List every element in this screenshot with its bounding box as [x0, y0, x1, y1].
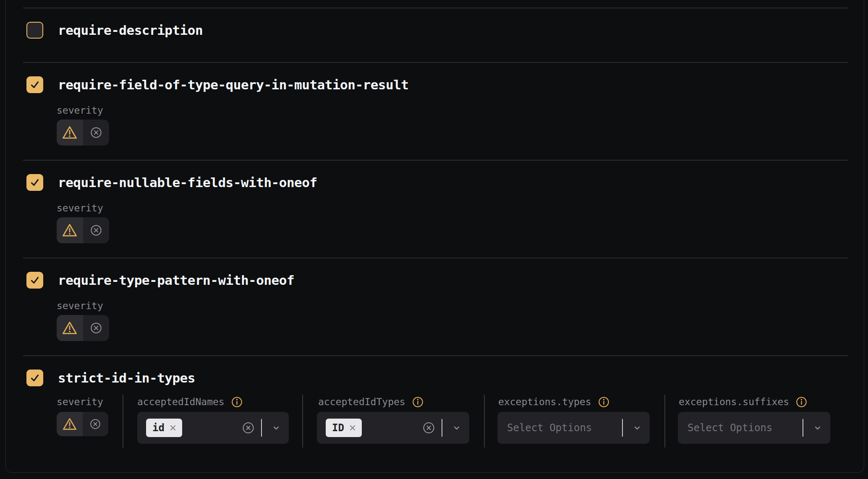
option-label-text: acceptedIdNames — [137, 397, 225, 407]
rule-checkbox-strict-id-in-types[interactable] — [26, 370, 43, 386]
option-label-text: exceptions.types — [498, 397, 591, 407]
severity-option-warn[interactable] — [57, 217, 83, 243]
select-placeholder: Select Options — [507, 422, 592, 434]
select-separator — [261, 419, 262, 437]
select-separator — [442, 419, 442, 437]
check-icon — [29, 275, 40, 286]
severity-label: severity — [57, 203, 103, 213]
multiselect-acceptedIdTypes[interactable]: ID — [317, 412, 469, 444]
severity-option-warn[interactable] — [57, 412, 83, 436]
tag-chip: id — [146, 419, 182, 437]
info-icon[interactable] — [598, 396, 609, 408]
severity-option-off[interactable] — [83, 217, 110, 243]
severity-option-off[interactable] — [83, 412, 109, 436]
rule-divider — [23, 355, 848, 356]
severity-toggle — [57, 412, 108, 436]
remove-tag-icon[interactable] — [349, 424, 356, 432]
remove-tag-icon[interactable] — [169, 424, 177, 432]
tag-chip-text: ID — [332, 419, 344, 437]
circle-cross-icon — [90, 126, 102, 139]
option-label-exceptions-suffixes: exceptions.suffixes — [679, 397, 807, 407]
clear-all-icon[interactable] — [242, 422, 254, 434]
info-icon[interactable] — [796, 396, 807, 408]
column-divider — [484, 395, 485, 448]
select-placeholder: Select Options — [688, 422, 772, 434]
info-icon[interactable] — [231, 396, 243, 408]
option-label-text: acceptedIdTypes — [318, 397, 405, 407]
multiselect-acceptedIdNames[interactable]: id — [137, 412, 289, 444]
chevron-down-icon[interactable] — [271, 422, 282, 433]
clear-all-icon[interactable] — [423, 422, 435, 434]
check-icon — [29, 372, 40, 383]
severity-option-off[interactable] — [83, 315, 110, 341]
severity-label: severity — [57, 105, 103, 115]
option-label-acceptedIdNames: acceptedIdNames — [137, 397, 243, 407]
warning-triangle-icon — [62, 417, 77, 431]
chevron-down-icon[interactable] — [812, 422, 823, 433]
column-divider — [664, 395, 665, 448]
select-separator — [622, 419, 623, 437]
rule-checkbox-require-nullable-fields-with-oneof[interactable] — [26, 174, 43, 191]
option-label-acceptedIdTypes: acceptedIdTypes — [318, 397, 424, 407]
rule-checkbox-require-type-pattern-with-oneof[interactable] — [26, 272, 43, 289]
circle-cross-icon — [90, 224, 102, 237]
option-label-exceptions-types: exceptions.types — [498, 397, 609, 407]
chevron-down-icon[interactable] — [632, 422, 643, 433]
warning-triangle-icon — [62, 125, 78, 140]
severity-label: severity — [57, 301, 103, 311]
rules-settings-page: require-description require-field-of-typ… — [0, 0, 868, 479]
severity-option-warn[interactable] — [57, 315, 83, 341]
select-separator — [803, 419, 803, 437]
rule-title: require-field-of-type-query-in-mutation-… — [58, 76, 409, 93]
severity-label: severity — [57, 397, 103, 407]
chevron-down-icon[interactable] — [451, 422, 462, 433]
rule-divider — [23, 258, 848, 258]
rule-divider — [23, 8, 848, 8]
rule-title: require-type-pattern-with-oneof — [58, 272, 294, 289]
tag-chip: ID — [326, 419, 362, 437]
circle-cross-icon — [89, 418, 101, 430]
column-divider — [302, 395, 303, 448]
severity-option-warn[interactable] — [57, 120, 83, 146]
rule-checkbox-require-field-of-type-query-in-mutation-result[interactable] — [26, 76, 43, 93]
rule-title: require-nullable-fields-with-oneof — [58, 174, 317, 191]
multiselect-exceptions-types[interactable]: Select Options — [497, 412, 650, 444]
warning-triangle-icon — [62, 223, 78, 237]
multiselect-exceptions-suffixes[interactable]: Select Options — [678, 412, 830, 444]
column-divider — [123, 395, 123, 448]
severity-toggle — [57, 315, 109, 341]
rule-checkbox-require-description[interactable] — [26, 22, 43, 39]
option-label-text: exceptions.suffixes — [679, 397, 789, 407]
rule-divider — [23, 62, 848, 63]
check-icon — [29, 177, 40, 188]
check-icon — [29, 79, 40, 90]
circle-cross-icon — [90, 322, 102, 334]
rule-title: strict-id-in-types — [58, 370, 195, 386]
rule-title: require-description — [58, 22, 203, 39]
severity-toggle — [57, 217, 109, 243]
tag-chip-text: id — [152, 419, 165, 437]
info-icon[interactable] — [412, 396, 424, 408]
severity-toggle — [57, 120, 109, 146]
severity-option-off[interactable] — [83, 120, 110, 146]
warning-triangle-icon — [62, 321, 78, 335]
rule-divider — [23, 160, 848, 161]
